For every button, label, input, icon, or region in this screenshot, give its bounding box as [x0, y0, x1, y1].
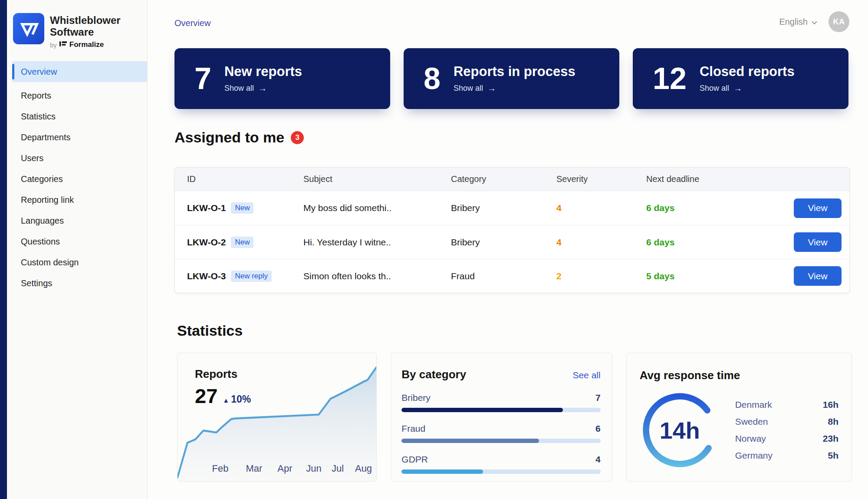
brand-name-line2: Software — [50, 26, 121, 38]
brand-text: Whistleblower Software by Formalize — [50, 13, 121, 49]
statistics-title: Statistics — [177, 322, 243, 339]
arrow-right-icon: → — [487, 83, 496, 93]
country-value: 16h — [823, 400, 838, 410]
x-axis-label: Aug — [355, 463, 372, 474]
response-country-list: Denmark 16h Sweden 8h Norway 23h Germany… — [735, 400, 838, 461]
country-value: 5h — [828, 450, 838, 461]
delta-up-icon: ▲ — [223, 397, 229, 404]
brand[interactable]: Whistleblower Software by Formalize — [7, 0, 147, 49]
bar-track — [401, 469, 600, 474]
sidebar-nav: Overview Reports Statistics Departments … — [7, 61, 147, 294]
sidebar-item-statistics[interactable]: Statistics — [12, 106, 147, 127]
arrow-right-icon: → — [258, 83, 267, 93]
by-category-card: By category See all Bribery 7 Fraud 6 — [391, 353, 612, 482]
topbar-right: English KA — [779, 11, 849, 32]
language-label: English — [779, 17, 808, 27]
country-value: 23h — [823, 433, 838, 444]
view-button[interactable]: View — [794, 232, 842, 252]
response-time-gauge: 14h — [640, 390, 720, 470]
report-id: LKW-O-1 — [187, 203, 226, 213]
view-button[interactable]: View — [794, 198, 842, 218]
col-id: ID — [187, 174, 303, 184]
sidebar-item-categories[interactable]: Categories — [12, 169, 147, 189]
report-category: Bribery — [451, 203, 556, 213]
report-severity: 4 — [556, 203, 646, 213]
sidebar-item-questions[interactable]: Questions — [12, 231, 147, 252]
category-label: GDPR — [401, 454, 428, 465]
view-button[interactable]: View — [794, 266, 842, 286]
bar-track — [401, 408, 600, 412]
sidebar-item-overview[interactable]: Overview — [12, 61, 147, 82]
table-row[interactable]: LKW-O-1 New My boss did somethi.. Briber… — [175, 191, 849, 225]
col-deadline: Next deadline — [646, 174, 759, 184]
breadcrumb[interactable]: Overview — [174, 18, 210, 28]
sidebar-item-custom-design[interactable]: Custom design — [12, 252, 147, 273]
status-badge: New reply — [231, 271, 272, 282]
category-bar-row: Fraud 6 — [401, 423, 600, 443]
avatar[interactable]: KA — [829, 11, 849, 32]
assigned-title: Assigned to me — [174, 129, 284, 146]
chevron-down-icon — [812, 17, 817, 27]
sidebar-item-reporting-link[interactable]: Reporting link — [12, 189, 147, 210]
report-id: LKW-O-2 — [187, 237, 226, 248]
main-content: Overview English KA 7 New reports Show a… — [148, 0, 868, 499]
x-axis-label: Apr — [277, 463, 292, 474]
reports-chart-title: Reports — [195, 367, 251, 381]
left-edge-strip — [0, 0, 7, 499]
bar-track — [401, 439, 600, 443]
show-all-link[interactable]: Show all → — [700, 83, 795, 93]
gauge-center-value: 14h — [640, 390, 720, 470]
closed-reports-card[interactable]: 12 Closed reports Show all → — [633, 48, 848, 109]
status-badge: New — [231, 237, 253, 248]
reports-in-process-card[interactable]: 8 Reports in process Show all → — [404, 48, 619, 109]
sidebar: Whistleblower Software by Formalize Over… — [7, 0, 148, 499]
closed-reports-count: 12 — [653, 63, 687, 94]
assigned-count-badge: 3 — [291, 131, 304, 144]
sidebar-item-languages[interactable]: Languages — [12, 210, 147, 231]
country-label: Sweden — [735, 416, 768, 427]
statistics-row: Reports 27 ▲ 10% Feb Mar Apr Jun Jul Aug… — [177, 353, 852, 482]
whistleblower-logo-icon — [13, 13, 44, 44]
report-deadline: 6 days — [646, 237, 759, 248]
reports-total: 27 — [195, 387, 217, 405]
category-bar-row: Bribery 7 — [401, 393, 600, 412]
status-badge: New — [231, 202, 253, 214]
report-deadline: 6 days — [646, 203, 759, 213]
country-value: 8h — [828, 416, 838, 427]
category-value: 7 — [595, 393, 601, 403]
report-subject: Simon often looks th.. — [303, 271, 451, 281]
sidebar-item-departments[interactable]: Departments — [12, 127, 147, 148]
col-category: Category — [451, 174, 556, 184]
report-category: Fraud — [451, 271, 556, 281]
bar-fill — [401, 469, 483, 474]
language-selector[interactable]: English — [779, 17, 817, 27]
x-axis-label: Mar — [246, 463, 263, 474]
new-reports-card[interactable]: 7 New reports Show all → — [174, 48, 390, 109]
report-id: LKW-O-3 — [187, 271, 226, 281]
report-severity: 4 — [556, 237, 646, 248]
country-label: Germany — [735, 450, 773, 461]
report-category: Bribery — [451, 237, 556, 248]
see-all-link[interactable]: See all — [572, 370, 600, 380]
country-label: Norway — [735, 433, 766, 444]
col-subject: Subject — [303, 174, 451, 184]
show-all-link[interactable]: Show all → — [224, 83, 302, 93]
x-axis-label: Jul — [332, 463, 344, 474]
report-deadline: 5 days — [646, 271, 759, 281]
sidebar-item-settings[interactable]: Settings — [12, 273, 147, 294]
assigned-section-header: Assigned to me 3 — [174, 129, 304, 146]
sidebar-item-users[interactable]: Users — [12, 148, 147, 169]
list-item: Denmark 16h — [735, 400, 838, 410]
report-subject: My boss did somethi.. — [303, 203, 451, 213]
x-axis-label: Jun — [306, 463, 321, 474]
assigned-table: ID Subject Category Severity Next deadli… — [174, 167, 850, 293]
reports-in-process-count: 8 — [424, 63, 441, 94]
show-all-link[interactable]: Show all → — [454, 83, 575, 93]
table-row[interactable]: LKW-O-2 New Hi. Yesterday I witne.. Brib… — [175, 225, 849, 259]
reports-chart-card: Reports 27 ▲ 10% Feb Mar Apr Jun Jul Aug — [177, 353, 377, 482]
active-indicator-bar — [12, 64, 14, 79]
closed-reports-title: Closed reports — [700, 64, 795, 79]
sidebar-item-reports[interactable]: Reports — [12, 85, 147, 106]
arrow-right-icon: → — [733, 83, 742, 93]
table-row[interactable]: LKW-O-3 New reply Simon often looks th..… — [175, 259, 849, 293]
